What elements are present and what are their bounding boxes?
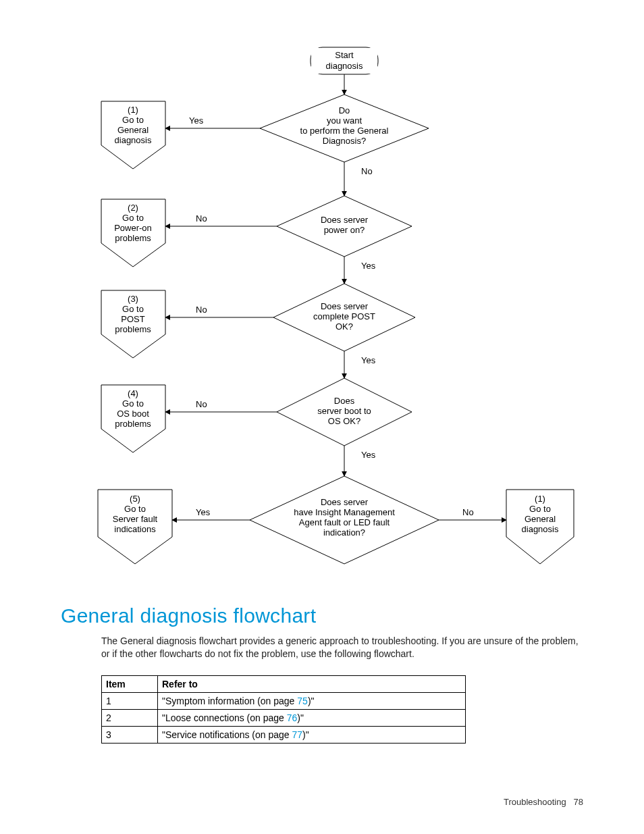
off5-l1: (5) [130,494,140,504]
section-paragraph: The General diagnosis flowchart provides… [101,635,581,660]
table-row: 2 "Loose connections (on page 76)" [102,710,466,727]
r3-pre: "Service notifications (on page [162,729,292,740]
r2-pre: "Loose connections (on page [162,712,287,723]
r1-post: )" [308,696,315,706]
d1-line2: you want [327,115,362,126]
off5-l3: Server fault [113,514,158,524]
d4-yes-label: Yes [361,450,376,460]
cell-refer: "Symptom information (on page 75)" [158,693,466,710]
off5-l2: Go to [124,504,146,514]
d2-l1: Does server [321,215,369,225]
d4-l1: Does [334,396,355,406]
off3-l4: problems [115,324,151,334]
off2-l4: problems [115,233,151,243]
cell-item: 3 [102,727,158,744]
d3-no-label: No [196,305,207,315]
off2-l3: Power-on [114,223,152,233]
cell-refer: "Service notifications (on page 77)" [158,727,466,744]
d2-no-label: No [196,213,207,224]
diagnosis-flowchart: Start diagnosis Start diagnosis Do you w… [61,41,601,581]
d2-l2: power on? [324,225,365,235]
off1-l1: (1) [128,105,138,115]
off2-l2: Go to [122,213,144,223]
off2-l1: (2) [128,203,138,213]
r2-post: )" [297,712,304,723]
d4-l3: OS OK? [328,416,360,426]
d1-yes-label: Yes [189,115,204,126]
off1-l3: General [117,125,149,135]
off3-l3: POST [121,314,144,324]
off5-l4: indications [114,524,156,534]
page-link[interactable]: 76 [287,712,298,723]
d5-l3: Agent fault or LED fault [299,517,390,527]
section-heading: General diagnosis flowchart [61,604,316,627]
refer-table: Item Refer to 1 "Symptom information (on… [101,675,466,744]
d5-l2: have Insight Management [294,507,395,517]
d4-no-label: No [196,399,207,409]
off1b-l3: General [525,514,556,524]
r1-pre: "Symptom information (on page [162,696,297,706]
r3-post: )" [302,729,309,740]
cell-refer: "Loose connections (on page 76)" [158,710,466,727]
th-refer: Refer to [158,676,466,693]
footer-page: 78 [574,797,583,807]
d3-l3: OK? [336,321,353,332]
d1-line1: Do [339,105,350,115]
d5-l1: Does server [321,497,369,507]
page-link[interactable]: 75 [297,696,308,706]
off4-l2: Go to [122,398,144,409]
d1-line3: to perform the General [300,126,389,136]
d5-yes-label: Yes [196,507,211,517]
d2-yes-label: Yes [361,261,376,271]
footer-section: Troubleshooting [504,797,566,807]
d4-l2: server boot to [317,406,371,416]
off3-l2: Go to [122,304,144,314]
off1b-l1: (1) [535,494,545,504]
off4-l4: problems [115,419,151,429]
off1b-l2: Go to [529,504,551,514]
off1-l4: diagnosis [115,135,152,145]
d3-l1: Does server [321,301,369,311]
svg-text:Start: Start [335,50,354,60]
svg-text:diagnosis: diagnosis [326,61,363,71]
d3-l2: complete POST [313,311,375,321]
cell-item: 2 [102,710,158,727]
off1-l2: Go to [122,115,144,125]
table-row: 3 "Service notifications (on page 77)" [102,727,466,744]
off4-l1: (4) [128,388,138,398]
cell-item: 1 [102,693,158,710]
d3-yes-label: Yes [361,355,376,365]
d1-no-label: No [361,166,373,176]
off4-l3: OS boot [117,409,149,419]
page-link[interactable]: 77 [292,729,303,740]
off3-l1: (3) [128,294,138,304]
off1b-l4: diagnosis [522,524,559,534]
th-item: Item [102,676,158,693]
d1-line4: Diagnosis? [323,136,366,146]
page-footer: Troubleshooting 78 [504,797,583,807]
d5-l4: indication? [323,527,365,538]
table-row: 1 "Symptom information (on page 75)" [102,693,466,710]
d5-no-label: No [462,507,474,517]
